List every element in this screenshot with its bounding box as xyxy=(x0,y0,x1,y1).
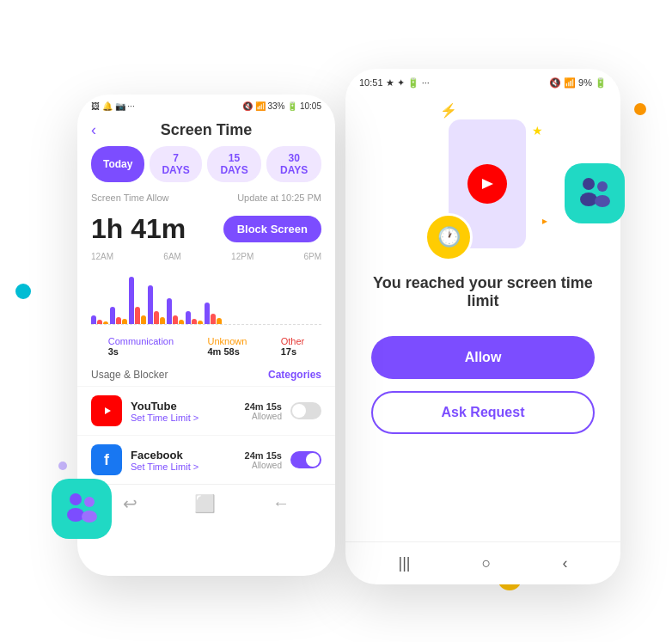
bar-group-6 xyxy=(205,303,222,324)
facebook-limit[interactable]: Set Time Limit > xyxy=(131,462,245,472)
lightning-yellow: ★ xyxy=(532,124,543,138)
svg-point-10 xyxy=(595,195,610,207)
lightning-teal: ⚡ xyxy=(440,102,457,119)
screen-time-allow-label: Screen Time Allow xyxy=(91,193,168,203)
svg-point-5 xyxy=(84,497,95,507)
facebook-info: Facebook Set Time Limit > xyxy=(131,449,245,472)
youtube-limit[interactable]: Set Time Limit > xyxy=(131,413,245,423)
bar-orange-3 xyxy=(160,317,165,324)
block-screen-button[interactable]: Block Screen xyxy=(223,216,321,242)
bar-group-3 xyxy=(148,285,165,324)
status-time-right: 10:51 ★ ✦ 🔋 ··· xyxy=(359,77,430,89)
bar-red-5 xyxy=(192,319,197,324)
dot-purple xyxy=(58,462,67,470)
youtube-time: 24m 15s xyxy=(245,401,282,412)
chart-labels: 12AM 6AM 12PM 6PM xyxy=(91,252,321,261)
ask-request-button[interactable]: Ask Request xyxy=(371,391,595,434)
app-row-youtube: YouTube Set Time Limit > 24m 15s Allowed xyxy=(77,386,335,435)
youtube-info: YouTube Set Time Limit > xyxy=(131,400,245,423)
status-right-left: 🔇 📶 33% 🔋 10:05 xyxy=(242,101,321,111)
big-time: 1h 41m xyxy=(91,213,186,245)
bottom-nav-right: ||| ○ ‹ xyxy=(345,541,620,584)
youtube-time-info: 24m 15s Allowed xyxy=(245,401,282,421)
bar-purple-5 xyxy=(186,311,191,324)
yt-circle xyxy=(467,164,507,204)
svg-marker-2 xyxy=(482,179,493,189)
bar-red-2 xyxy=(135,307,140,324)
screen-time-allow-row: Screen Time Allow Update at 10:25 PM xyxy=(77,193,335,203)
avatar-badge-left xyxy=(52,479,112,539)
bar-purple-2 xyxy=(129,277,134,324)
facebook-name: Facebook xyxy=(131,449,245,462)
nav-chevron[interactable]: ‹ xyxy=(562,554,567,572)
chart-bars xyxy=(91,265,321,325)
action-buttons: Allow Ask Request xyxy=(345,327,620,443)
illus-phone-wrapper: 🕐 ⚡ ★ ▸ xyxy=(440,115,526,253)
allow-button[interactable]: Allow xyxy=(371,336,595,379)
cat-name-comm: Communication xyxy=(108,336,174,346)
bar-red-4 xyxy=(173,315,178,324)
cat-time-unknown: 4m 58s xyxy=(208,346,247,357)
tab-15days[interactable]: 15 DAYS xyxy=(207,146,262,182)
left-phone: 🖼 🔔 📷 ··· 🔇 📶 33% 🔋 10:05 ‹ Screen Time … xyxy=(77,95,335,576)
tab-30days[interactable]: 30 DAYS xyxy=(266,146,321,182)
bar-orange-0 xyxy=(103,321,108,324)
tabs-container: Today 7 DAYS 15 DAYS 30 DAYS xyxy=(77,146,335,182)
nav-circle[interactable]: ○ xyxy=(482,554,492,572)
category-unknown: Unknown 4m 58s xyxy=(208,336,247,357)
facebook-allowed: Allowed xyxy=(245,461,282,470)
status-icons-right: 🔇 📶 9% 🔋 xyxy=(549,77,607,89)
svg-point-6 xyxy=(82,511,97,523)
cat-time-comm: 3s xyxy=(108,346,174,357)
svg-point-7 xyxy=(583,178,595,190)
facebook-time-info: 24m 15s Allowed xyxy=(245,450,282,470)
chart-area: 12AM 6AM 12PM 6PM xyxy=(77,252,335,329)
cat-name-other: Other xyxy=(281,336,305,346)
dot-orange-small: ▸ xyxy=(542,215,547,227)
bar-purple-4 xyxy=(167,298,172,324)
app-list-header: Usage & Blocker Categories xyxy=(77,364,335,386)
screen-time-header: ‹ Screen Time xyxy=(77,114,335,146)
bar-orange-2 xyxy=(141,315,146,324)
bar-group-4 xyxy=(167,298,184,324)
svg-point-9 xyxy=(597,181,608,192)
bar-purple-0 xyxy=(91,315,96,324)
status-bar-left: 🖼 🔔 📷 ··· 🔇 📶 33% 🔋 10:05 xyxy=(77,95,335,114)
bar-orange-4 xyxy=(179,320,184,324)
youtube-toggle[interactable] xyxy=(290,402,321,419)
screen-time-title: Screen Time xyxy=(161,121,253,139)
cat-name-unknown: Unknown xyxy=(208,336,247,346)
nav-back[interactable]: ↩ xyxy=(123,493,137,514)
category-other: Other 17s xyxy=(281,336,305,357)
svg-point-8 xyxy=(580,193,597,206)
nav-home[interactable]: ⬜ xyxy=(194,493,216,514)
avatar-badge-right xyxy=(565,163,625,223)
back-button[interactable]: ‹ xyxy=(91,121,96,139)
bar-group-0 xyxy=(91,315,108,324)
categories-label[interactable]: Categories xyxy=(268,369,321,381)
facebook-toggle[interactable] xyxy=(290,451,321,468)
dot-teal xyxy=(15,284,31,299)
tab-today[interactable]: Today xyxy=(91,146,144,182)
time-display: 1h 41m Block Screen xyxy=(77,210,335,252)
bar-orange-6 xyxy=(217,318,222,324)
app-row-facebook: f Facebook Set Time Limit > 24m 15s Allo… xyxy=(77,435,335,484)
nav-apps[interactable]: ← xyxy=(272,493,290,514)
bar-red-1 xyxy=(116,317,121,324)
bar-purple-3 xyxy=(148,285,153,324)
screen-limit-text: You reached your screen time limit xyxy=(345,274,620,327)
youtube-icon xyxy=(91,395,122,426)
usage-blocker-label: Usage & Blocker xyxy=(91,369,168,381)
facebook-icon: f xyxy=(91,444,122,475)
svg-point-3 xyxy=(70,493,82,505)
illus-clock: 🕐 xyxy=(425,213,473,261)
bottom-nav-left: ↩ ⬜ ← xyxy=(77,484,335,523)
facebook-time: 24m 15s xyxy=(245,450,282,461)
bar-group-5 xyxy=(186,311,203,324)
tab-7days[interactable]: 7 DAYS xyxy=(150,146,201,182)
bar-orange-1 xyxy=(122,319,127,324)
category-communication: Communication 3s xyxy=(108,336,174,357)
chart-label-6am: 6AM xyxy=(163,252,181,261)
nav-pipes[interactable]: ||| xyxy=(399,554,411,572)
bar-purple-6 xyxy=(205,303,210,324)
